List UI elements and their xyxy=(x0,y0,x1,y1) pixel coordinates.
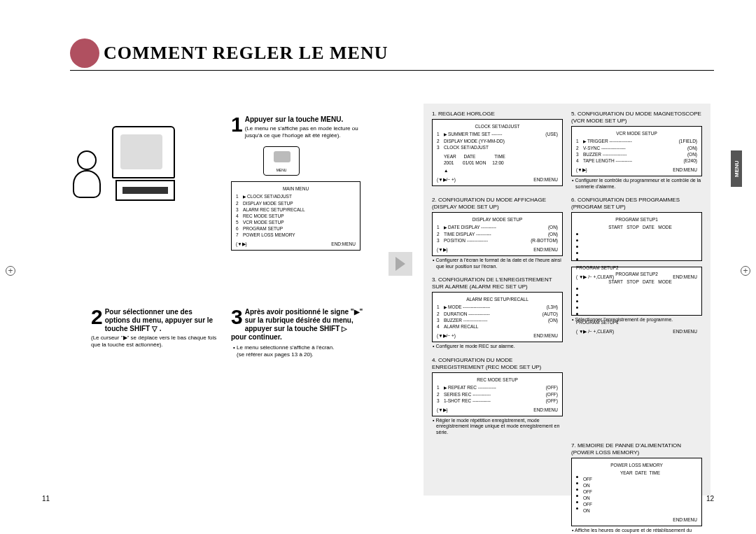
step-2-subtext: (Le curseur "▶" se déplace vers le bas c… xyxy=(91,335,217,349)
header-circle xyxy=(70,38,99,68)
step-2: 2 Pour sélectionner une des options du m… xyxy=(91,308,217,349)
alarm-rec-osd: ALARM REC SETUP/RECALL 1MODE -----------… xyxy=(432,292,563,342)
registration-mark-left xyxy=(6,266,15,276)
vcr-mode-osd: VCR MODE SETUP 1TRIGGER ---------------(… xyxy=(571,126,702,176)
illustration-tv-user xyxy=(63,122,182,213)
registration-mark-right xyxy=(741,266,750,276)
arrow-right-icon xyxy=(388,252,412,276)
clock-set-osd: CLOCK SET/ADJUST 1SUMMER TIME SET ------… xyxy=(432,119,563,186)
step-1-subtext: (Le menu ne s'affiche pas en mode lectur… xyxy=(231,125,360,139)
display-mode-osd: DISPLAY MODE SETUP 1DATE DISPLAY -------… xyxy=(432,212,563,256)
section-1: 1. REGLAGE HORLOGE CLOCK SET/ADJUST 1SUM… xyxy=(432,111,563,194)
page-number-right: 12 xyxy=(706,495,714,503)
page-number-left: 11 xyxy=(42,495,50,503)
remote-menu-button-icon: MENU xyxy=(263,146,300,176)
side-tab-menu: MENU xyxy=(731,150,742,187)
section-6: 6. CONFIGURATION DES PROGRAMMES (PROGRAM… xyxy=(571,197,702,440)
menu-summary-panel: 1. REGLAGE HORLOGE CLOCK SET/ADJUST 1SUM… xyxy=(424,104,710,496)
step-3-bullet-1: • Le menu sélectionné s'affiche à l'écra… xyxy=(231,344,364,351)
step-1: 1 Appuyer sur la touche MENU. (Le menu n… xyxy=(231,115,360,251)
section-4: 4. CONFIGURATION DU MODE ENREGISTREMENT … xyxy=(432,357,563,440)
step-1-heading: Appuyer sur la touche MENU. xyxy=(245,115,344,123)
step-2-heading: Pour sélectionner une des options du men… xyxy=(105,308,213,332)
step-3-bullet-2: (se référer aux pages 13 à 20). xyxy=(231,351,364,358)
section-3: 3. CONFIGURATION DE L'ENREGISTREMENT SUR… xyxy=(432,276,563,354)
header-rule xyxy=(70,70,714,71)
page-title: COMMENT REGLER LE MENU xyxy=(104,43,388,64)
step-3-number: 3 xyxy=(231,308,243,326)
step-3-heading: Après avoir positionné le signe "▶" sur … xyxy=(231,308,363,341)
program-setup1-osd: PROGRAM SETUP1 START STOP DATE MODE PROG… xyxy=(571,212,702,261)
main-menu-osd: MAIN MENU 1CLOCK SET/ADJUST2DISPLAY MODE… xyxy=(231,181,360,251)
section-7: 7. MEMOIRE DE PANNE D'ALIMENTATION (POWE… xyxy=(571,442,702,534)
step-3: 3 Après avoir positionné le signe "▶" su… xyxy=(231,308,364,358)
rec-mode-osd: REC MODE SETUP 1REPEAT REC ------------(… xyxy=(432,372,563,416)
step-2-number: 2 xyxy=(91,308,103,326)
step-1-number: 1 xyxy=(231,115,243,134)
section-2: 2. CONFIGURATION DU MODE AFFICHAGE (DISP… xyxy=(432,197,563,274)
section-5: 5. CONFIGURATION DU MODE MAGNETOSCOPE (V… xyxy=(571,111,702,194)
power-loss-osd: POWER LOSS MEMORY YEAR DATE TIME OFFONOF… xyxy=(571,458,702,526)
